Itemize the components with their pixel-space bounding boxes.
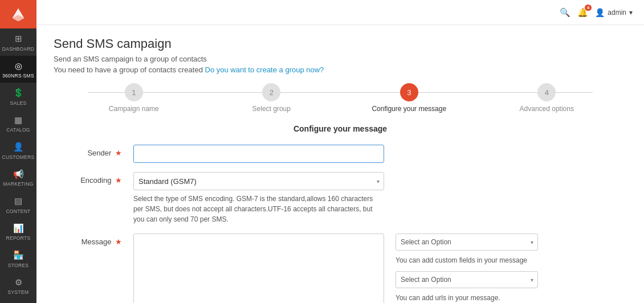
notification-icon[interactable]: 🔔 4: [577, 7, 588, 18]
sidebar-item-stores[interactable]: 🏪 STORES: [0, 245, 36, 272]
stores-icon: 🏪: [13, 249, 24, 261]
sidebar: ⊞ DASHBOARD ◎ 360NRS·SMS 💲 SALES ▦ CATAL…: [0, 0, 36, 303]
encoding-label: Encoding ★: [54, 172, 122, 185]
sidebar-item-find-partners[interactable]: 🧩 FIND PARTNERS & EXTENSIONS: [0, 299, 36, 303]
system-icon: ⚙: [15, 277, 22, 288]
sidebar-item-label: REPORTS: [6, 235, 30, 241]
encoding-field: Standard (GSM7) UTF-16 ▾ Select the type…: [133, 172, 627, 224]
dashboard-icon: ⊞: [15, 33, 22, 44]
urls-select[interactable]: Select an Option: [396, 271, 538, 288]
message-label: Message ★: [54, 234, 122, 246]
sidebar-item-360nrs[interactable]: ◎ 360NRS·SMS: [0, 56, 36, 83]
content-icon: ▤: [14, 195, 22, 207]
360nrs-icon: ◎: [15, 60, 22, 72]
sidebar-item-content[interactable]: ▤ CONTENT: [0, 191, 36, 218]
sidebar-item-reports[interactable]: 📊 REPORTS: [0, 218, 36, 245]
topbar: 🔍 🔔 4 👤 admin ▾: [36, 0, 644, 25]
sender-field: [133, 145, 627, 163]
sender-row: Sender ★: [54, 145, 627, 163]
step-3-label: Configure your message: [372, 105, 446, 113]
custom-fields-wrapper: Select an Option ▾: [396, 234, 538, 251]
step-2-circle: 2: [262, 83, 280, 101]
encoding-select-wrapper: Standard (GSM7) UTF-16 ▾: [133, 172, 384, 190]
main-content: 🔍 🔔 4 👤 admin ▾ Send SMS campaign Send a…: [36, 0, 644, 303]
sidebar-item-label: CUSTOMERS: [2, 154, 35, 161]
encoding-select[interactable]: Standard (GSM7) UTF-16: [133, 172, 384, 190]
sidebar-item-label: SYSTEM: [8, 289, 29, 296]
sidebar-logo: [0, 0, 36, 28]
page-link-text: You need to have a group of contacts cre…: [54, 65, 627, 74]
step-1: 1 Campaign name: [65, 83, 203, 113]
sidebar-item-system[interactable]: ⚙ SYSTEM: [0, 272, 36, 300]
message-textarea[interactable]: [133, 234, 384, 303]
catalog-icon: ▦: [14, 114, 22, 126]
sidebar-item-label: DASHBOARD: [2, 46, 35, 52]
sidebar-item-label: SALES: [10, 100, 27, 107]
sidebar-item-customers[interactable]: 👤 CUSTOMERS: [0, 137, 36, 164]
step-3: 3 Configure your message: [340, 83, 478, 113]
sender-label: Sender ★: [54, 145, 122, 157]
custom-fields-help: You can add custom fields in your messag…: [396, 256, 627, 264]
sidebar-item-label: STORES: [8, 263, 29, 269]
section-title: Configure your message: [54, 124, 627, 133]
step-3-circle: 3: [400, 83, 418, 101]
message-row: Message ★ Select an Option ▾ You can add…: [54, 234, 627, 303]
page-subtitle: Send an SMS campaign to a group of conta…: [54, 55, 627, 63]
sidebar-item-dashboard[interactable]: ⊞ DASHBOARD: [0, 28, 36, 56]
sender-required: ★: [115, 149, 122, 157]
reports-icon: 📊: [13, 223, 24, 234]
step-4: 4 Advanced options: [478, 83, 616, 113]
step-1-label: Campaign name: [109, 105, 159, 113]
notification-badge: 4: [585, 5, 592, 11]
page-content: Send SMS campaign Send an SMS campaign t…: [36, 25, 644, 303]
sidebar-item-label: 360NRS·SMS: [2, 73, 34, 79]
sales-icon: 💲: [13, 87, 24, 99]
user-menu[interactable]: 👤 admin ▾: [595, 8, 633, 17]
urls-help: You can add urls in your message.: [396, 294, 627, 302]
step-2-label: Select group: [252, 105, 291, 113]
user-icon: 👤: [595, 8, 605, 17]
step-1-circle: 1: [125, 83, 143, 101]
create-group-link[interactable]: Do you want to create a group now?: [205, 65, 324, 74]
encoding-help: Select the type of SMS encoding. GSM-7 i…: [133, 194, 384, 224]
sidebar-item-catalog[interactable]: ▦ CATALOG: [0, 110, 36, 137]
page-title: Send SMS campaign: [54, 36, 627, 51]
marketing-icon: 📢: [13, 169, 24, 180]
step-4-label: Advanced options: [520, 105, 574, 113]
encoding-row: Encoding ★ Standard (GSM7) UTF-16 ▾ Sele…: [54, 172, 627, 224]
sidebar-item-sales[interactable]: 💲 SALES: [0, 83, 36, 110]
step-4-circle: 4: [537, 83, 556, 101]
message-sidebar: Select an Option ▾ You can add custom fi…: [396, 234, 627, 303]
step-2: 2 Select group: [203, 83, 341, 113]
custom-fields-select[interactable]: Select an Option: [396, 234, 538, 251]
stepper: 1 Campaign name 2 Select group 3 Configu…: [54, 83, 627, 113]
admin-label: admin: [608, 9, 626, 17]
encoding-required: ★: [115, 176, 122, 185]
sidebar-item-label: CONTENT: [6, 208, 30, 215]
link-prefix: You need to have a group of contacts cre…: [54, 65, 205, 74]
sidebar-item-label: CATALOG: [6, 127, 30, 133]
customers-icon: 👤: [13, 141, 24, 153]
chevron-down-icon: ▾: [629, 9, 633, 17]
sender-input[interactable]: [133, 145, 384, 163]
sidebar-item-marketing[interactable]: 📢 MARKETING: [0, 164, 36, 191]
urls-wrapper: Select an Option ▾: [396, 271, 538, 288]
message-required: ★: [115, 238, 122, 246]
search-icon[interactable]: 🔍: [560, 7, 570, 18]
sidebar-item-label: MARKETING: [3, 181, 33, 187]
